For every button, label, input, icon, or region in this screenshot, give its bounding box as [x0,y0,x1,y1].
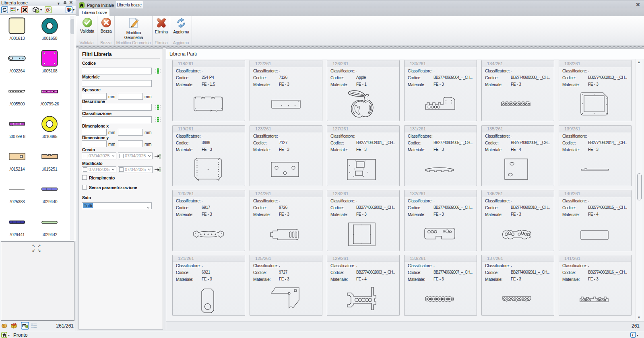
svg-text:i: i [632,333,634,337]
